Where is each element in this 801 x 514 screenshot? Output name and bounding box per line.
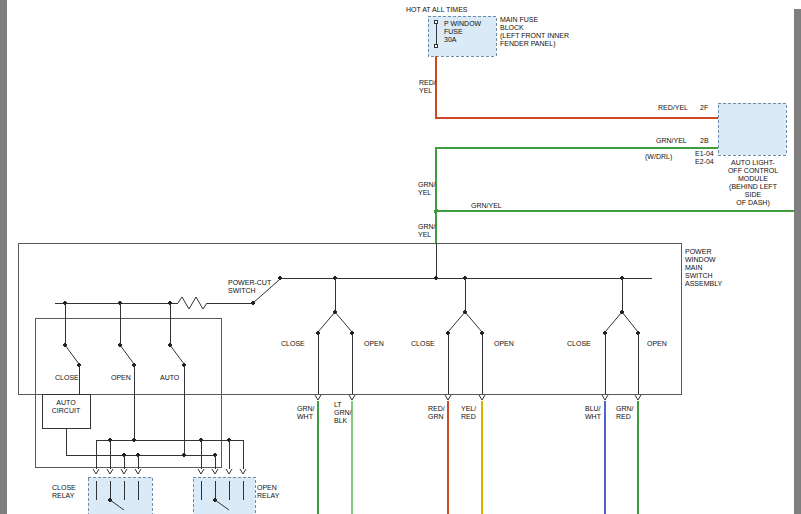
sw3-close-label: CLOSE (567, 340, 591, 348)
wiring-diagram-page: HOT AT ALL TIMES P WINDOW FUSE 30A MAIN … (0, 0, 801, 514)
close-relay-label: CLOSE RELAY (52, 484, 76, 500)
connector-arrow (315, 395, 321, 400)
connector-arrow (602, 395, 608, 400)
red-yel-wire-label: RED/ YEL (419, 79, 436, 95)
switch-blade (65, 345, 79, 364)
switch-blade (318, 312, 335, 332)
power-cut-switch-label: POWER-CUT SWITCH (228, 279, 271, 295)
fuse-label: P WINDOW FUSE 30A (444, 20, 481, 44)
left-switch-group-box (35, 318, 221, 467)
diagram-canvas (0, 0, 801, 514)
connector-arrow (240, 469, 246, 474)
grn-yel-wire-label-a: GRN/ YEL (418, 181, 436, 197)
left-page-margin (0, 0, 7, 514)
module-name-label: AUTO LIGHT- OFF CONTROL MODULE (BEHIND L… (720, 159, 786, 207)
window-switch-1 (315, 278, 355, 400)
grn-yel-junction-dot (434, 209, 438, 213)
switch-blade (170, 345, 184, 364)
connector-arrow (445, 395, 451, 400)
red-grn-label: RED/ GRN (428, 405, 445, 421)
corner-notch (794, 0, 801, 9)
module-pin-2b-label: 2B (700, 137, 709, 145)
sw2-close-label: CLOSE (411, 340, 435, 348)
hot-at-all-times-label: HOT AT ALL TIMES (406, 6, 467, 14)
connector-arrow (349, 395, 355, 400)
sw3-open-label: OPEN (647, 340, 667, 348)
switch-blade (605, 312, 622, 332)
fuse-block-label: MAIN FUSE BLOCK (LEFT FRONT INNER FENDER… (500, 16, 569, 48)
sw2-open-label: OPEN (494, 340, 514, 348)
connector-arrow (135, 469, 141, 474)
switch-blade (448, 312, 465, 332)
connector-arrow (198, 469, 204, 474)
resistor-symbol (178, 297, 207, 309)
switch-blade (622, 312, 638, 332)
close-relay-box (88, 477, 152, 514)
grn-wht-label: GRN/ WHT (297, 405, 315, 421)
right-page-margin (794, 0, 801, 514)
window-switch-3 (602, 278, 641, 400)
sw1-open-label: OPEN (364, 340, 384, 348)
connector-arrow (107, 469, 113, 474)
connector-arrow (226, 469, 232, 474)
switch-blade (335, 312, 352, 332)
open-relay-label: OPEN RELAY (257, 484, 279, 500)
connector-arrow (479, 395, 485, 400)
module-wire-2b-label: GRN/YEL (656, 137, 687, 145)
switch-blade (120, 345, 134, 364)
lt-grn-blk-label: LT GRN/ BLK (334, 401, 352, 425)
auto-light-off-module-box (718, 103, 786, 155)
wdrl-label: (W/DRL) (645, 153, 672, 161)
connector-arrow (212, 469, 218, 474)
yel-red-label: YEL/ RED (461, 405, 476, 421)
grn-red-label: GRN/ RED (616, 405, 634, 421)
grn-yel-wire-label-b: GRN/ YEL (418, 223, 436, 239)
grn-yel-wire (436, 148, 718, 243)
left-auto-label: AUTO (160, 374, 179, 382)
left-close-label: CLOSE (55, 374, 79, 382)
switch-bus (280, 243, 652, 280)
module-connectors-label: E1-04 E2-04 (695, 150, 714, 166)
window-switch-2 (445, 278, 485, 400)
connector-arrow (635, 395, 641, 400)
connector-arrow (93, 469, 99, 474)
connector-arrow (121, 469, 127, 474)
open-relay-box (193, 477, 255, 514)
left-open-label: OPEN (111, 374, 131, 382)
grn-yel-branch-label: GRN/YEL (471, 202, 502, 210)
blu-wht-label: BLU/ WHT (585, 405, 601, 421)
module-pin-2f-label: 2F (700, 104, 708, 112)
module-wire-2f-label: RED/YEL (658, 104, 688, 112)
switch-blade (465, 312, 482, 332)
assembly-name-label: POWER WINDOW MAIN SWITCH ASSEMBLY (685, 248, 722, 288)
sw1-close-label: CLOSE (281, 340, 305, 348)
auto-circuit-label: AUTO CIRCUIT (42, 399, 90, 415)
